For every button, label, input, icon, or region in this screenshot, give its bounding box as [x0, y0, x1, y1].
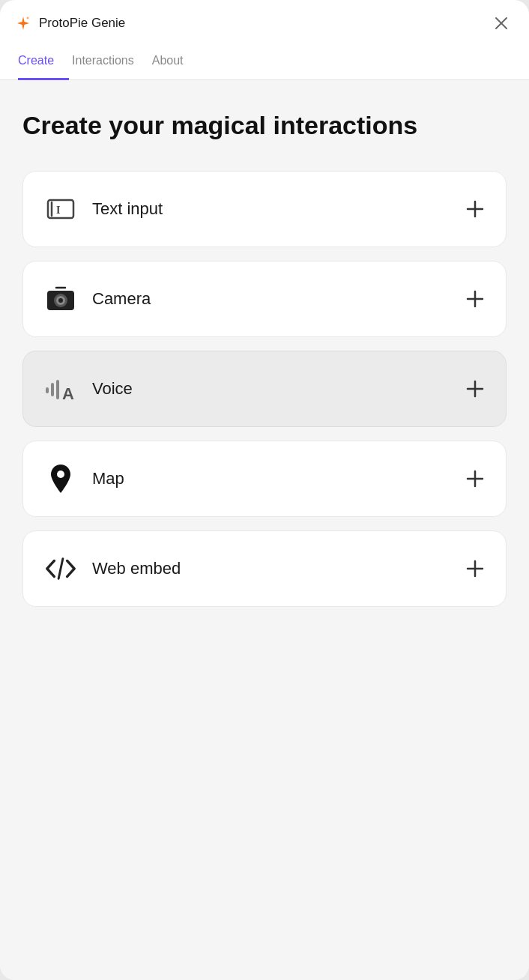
voice-card[interactable]: A Voice [22, 351, 507, 427]
plus-icon [465, 559, 485, 578]
text-input-icon: I [44, 193, 77, 226]
map-card[interactable]: Map [22, 441, 507, 517]
svg-rect-16 [51, 383, 54, 396]
voice-add-button[interactable] [465, 379, 485, 399]
genie-icon [15, 15, 31, 31]
tab-bar: Create Interactions About [0, 43, 529, 80]
web-embed-add-button[interactable] [465, 559, 485, 578]
svg-line-24 [58, 558, 63, 578]
title-bar-left: ProtoPie Genie [15, 15, 125, 31]
web-embed-icon [44, 552, 77, 585]
svg-rect-17 [56, 380, 59, 399]
map-label: Map [92, 469, 124, 489]
text-input-label: Text input [92, 199, 163, 219]
svg-text:A: A [62, 384, 74, 403]
close-button[interactable] [492, 13, 511, 33]
camera-card[interactable]: Camera [22, 261, 507, 337]
main-content: Create your magical interactions I Text … [0, 80, 529, 980]
voice-label: Voice [92, 379, 133, 399]
text-input-add-button[interactable] [465, 199, 485, 219]
page-title: Create your magical interactions [22, 110, 507, 141]
close-icon [495, 16, 508, 30]
camera-add-button[interactable] [465, 289, 485, 309]
web-embed-label: Web embed [92, 559, 181, 578]
svg-point-21 [57, 471, 64, 478]
web-embed-card[interactable]: Web embed [22, 530, 507, 607]
voice-icon: A [44, 372, 77, 405]
camera-icon [44, 282, 77, 315]
plus-icon [465, 379, 485, 399]
tab-create[interactable]: Create [18, 43, 69, 80]
text-input-card[interactable]: I Text input [22, 171, 507, 247]
main-window: ProtoPie Genie Create Interactions About… [0, 0, 529, 980]
tab-interactions[interactable]: Interactions [69, 43, 149, 80]
title-bar: ProtoPie Genie [0, 0, 529, 43]
svg-point-12 [58, 298, 63, 303]
plus-icon [465, 469, 485, 489]
svg-rect-15 [46, 387, 49, 393]
tab-about[interactable]: About [149, 43, 199, 80]
map-add-button[interactable] [465, 469, 485, 489]
plus-icon [465, 289, 485, 309]
camera-label: Camera [92, 289, 151, 309]
svg-text:I: I [56, 205, 60, 216]
svg-point-0 [27, 17, 29, 19]
map-icon [44, 462, 77, 495]
items-list: I Text input [22, 171, 507, 607]
plus-icon [465, 199, 485, 219]
app-title: ProtoPie Genie [39, 16, 125, 31]
